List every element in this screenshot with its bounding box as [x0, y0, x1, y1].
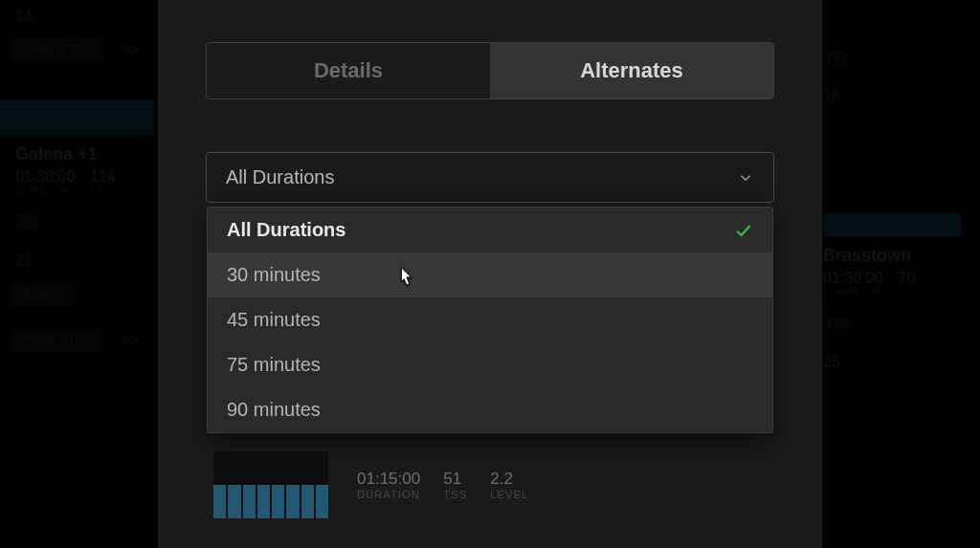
- check-icon: [734, 221, 753, 240]
- workout-level-val: 2.2: [490, 470, 528, 489]
- dropdown-item-label: 30 minutes: [227, 264, 321, 286]
- duration-select-trigger[interactable]: All Durations: [207, 153, 773, 202]
- dropdown-item-label: 75 minutes: [227, 354, 321, 376]
- workout-tss-val: 51: [443, 470, 467, 489]
- tab-details[interactable]: Details: [207, 43, 490, 99]
- workout-level-lbl: LEVEL: [490, 489, 528, 500]
- chevron-down-icon: [737, 169, 754, 186]
- workout-duration-val: 01:15:00: [357, 470, 420, 489]
- dropdown-item[interactable]: 45 minutes: [208, 297, 772, 342]
- dropdown-item[interactable]: 90 minutes: [208, 387, 772, 432]
- dropdown-item[interactable]: 30 minutes: [208, 252, 772, 297]
- alternates-modal: Details Alternates All Durations All Dur…: [158, 0, 822, 548]
- dropdown-item[interactable]: All Durations: [208, 208, 772, 252]
- dropdown-item-label: 45 minutes: [227, 309, 321, 331]
- workout-duration-lbl: DURATION: [357, 489, 420, 500]
- dropdown-item[interactable]: 75 minutes: [208, 342, 772, 387]
- workout-row[interactable]: 01:15:00DURATION 51TSS 2.2LEVEL: [206, 451, 774, 518]
- dropdown-item-label: All Durations: [227, 219, 345, 241]
- duration-dropdown: All Durations30 minutes45 minutes75 minu…: [207, 207, 773, 433]
- workout-thumbnail: [213, 451, 328, 518]
- workout-tss-lbl: TSS: [443, 489, 467, 500]
- tab-alternates[interactable]: Alternates: [490, 43, 773, 99]
- duration-select-value: All Durations: [226, 166, 334, 188]
- dropdown-item-label: 90 minutes: [227, 399, 321, 421]
- modal-tabs: Details Alternates: [206, 42, 774, 99]
- duration-select[interactable]: All Durations All Durations30 minutes45 …: [206, 152, 774, 203]
